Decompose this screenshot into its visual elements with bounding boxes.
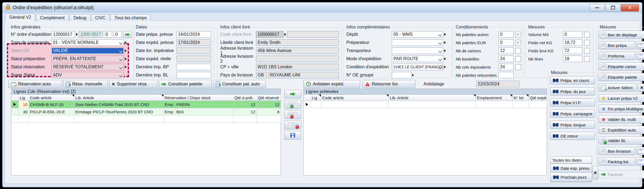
prepa-en-cours-button[interactable]: Prépa. en cours (550, 76, 595, 84)
proforma-mail-button[interactable] (636, 52, 644, 60)
oe-groupe-field[interactable] (392, 72, 411, 78)
packing-list-mail-button[interactable] (636, 158, 644, 166)
activer-select-button[interactable]: Activer Sélect. (599, 84, 637, 92)
tab-complement[interactable]: Complément (36, 14, 69, 21)
mode-exped-nav-icon[interactable] (444, 57, 446, 60)
validate-line-button[interactable]: ✓ (284, 100, 301, 109)
validate-page-button[interactable]: ✓ (284, 110, 301, 119)
statut-prep-nav-icon[interactable] (125, 57, 127, 60)
close-button[interactable]: × (621, 4, 639, 11)
nb-palettes-autres-checkbox[interactable]: ✓ (515, 32, 521, 37)
fin-prepa-multiligne-button[interactable]: ★Fin prépa Multiligne (599, 105, 644, 113)
transporteur-combo[interactable] (392, 47, 443, 54)
date-prepa-field[interactable]: 16/01/2024 (176, 31, 211, 38)
preparateur-nav-icon[interactable] (444, 41, 446, 44)
col-lib-article[interactable]: Lib. Article (389, 95, 476, 101)
col-emplacement[interactable]: Emplacement (476, 95, 512, 101)
col-code-article[interactable]: Code article (321, 95, 389, 101)
col-lib-article[interactable]: Lib. Article (74, 95, 163, 101)
tab-debug[interactable]: Debug (70, 14, 90, 21)
col-lot[interactable]: N° lot (512, 95, 528, 101)
nb-palettes-eur-checkbox[interactable]: ✓ (515, 40, 521, 46)
etiquette-palette-button[interactable]: Etiquette palette (599, 73, 644, 81)
minimize-button[interactable] (590, 4, 605, 11)
transporteur-nav-icon[interactable] (444, 49, 446, 52)
save-button[interactable] (284, 131, 301, 140)
nb-palettes-ret-field[interactable] (498, 72, 514, 78)
go-to-oe-button[interactable] (123, 31, 132, 38)
poids-net-checkbox[interactable] (584, 40, 590, 46)
packing-list-button[interactable]: Packing list (599, 158, 635, 166)
statut-resa-nav-icon[interactable] (125, 66, 127, 68)
proforma-button[interactable]: Proforma (599, 52, 635, 60)
prepa-vip-button[interactable]: Prépa V.I.P. (550, 98, 595, 107)
poids-brut-checkbox[interactable] (584, 48, 590, 54)
tab-general-v2[interactable]: Général V2 (5, 14, 35, 21)
col-lig[interactable]: Lig (18, 95, 29, 101)
constituer-palette-button[interactable]: Constituer palette (159, 80, 212, 88)
bon-prepa-mail-button[interactable] (636, 41, 644, 49)
table-row[interactable] (11, 116, 281, 123)
type-commande-combo[interactable]: 01 - VENTE NORMALE (51, 39, 124, 46)
condition-exped-nav-icon[interactable] (444, 66, 446, 68)
nb-litres-field[interactable]: 18 (563, 56, 582, 62)
nb-palettes-eur-field[interactable]: 0 (498, 39, 514, 46)
nb-litres-checkbox[interactable] (584, 56, 590, 62)
retourner-livr-button[interactable]: Retourner livr. (362, 80, 415, 88)
tab-civc[interactable]: CIVC (91, 14, 110, 21)
oe-retour-button[interactable]: OE retour (550, 132, 595, 140)
nb-cartons-checkbox[interactable] (515, 48, 521, 54)
col-reservation[interactable]: Réservation / Dispo stock (163, 95, 233, 101)
mode-exped-combo[interactable]: PAR ROUTE (392, 56, 443, 62)
supprimer-resa-button[interactable]: ×Supprimer résa. (109, 80, 158, 88)
num-oe-field[interactable]: 12000017 (51, 31, 75, 38)
depot-combo[interactable]: 05 - WMS (392, 31, 443, 38)
bon-prepa-button[interactable]: Bon prépa. (599, 41, 635, 49)
nb-cartons-field[interactable]: 12 (498, 47, 514, 54)
prepa-longue-button[interactable]: Prépa. longue (550, 121, 595, 129)
delete-line-button[interactable]: × (284, 121, 301, 129)
facturer-button[interactable]: Facturer (599, 170, 644, 178)
transfer-line-button[interactable] (284, 90, 301, 98)
nb-bouteilles-checkbox[interactable] (515, 56, 521, 62)
statut-oe-nav-icon[interactable] (125, 49, 127, 52)
resa-manuelle-button[interactable]: Résa. manuelle (63, 80, 108, 88)
col-code-article[interactable]: Code article (29, 95, 74, 101)
etiquette-carton-button[interactable]: Etiquette carton (599, 62, 644, 71)
table-row[interactable]: 10 CHSMB-B-NLF-20 Dom Niellon CHSMB-Trad… (11, 101, 281, 108)
activer-select-cancel-button[interactable]: × (638, 84, 644, 92)
table-row[interactable]: 30 PICLP-R-ERL-20-E Ermitage PICLP-TourP… (11, 108, 281, 116)
num-oe-sub2-field[interactable]: 0 (114, 31, 122, 38)
bon-depilage-button[interactable]: Bon de dépilage (599, 31, 644, 39)
volume-field[interactable]: 0 (563, 31, 582, 38)
table-row[interactable] (304, 101, 547, 108)
poids-net-field[interactable]: 18,72 (563, 39, 582, 46)
col-qte-reserve[interactable]: Qté réservé (257, 95, 281, 101)
nb-bouteilles-field[interactable]: 24 (498, 56, 514, 62)
imp-bl-field[interactable] (176, 72, 211, 78)
constituer-pal-auto-button[interactable]: Constituer pal. auto (213, 80, 266, 88)
statut-prep-combo[interactable]: PRÉPA. EN ATTENTE (51, 56, 124, 62)
col-qte-prel[interactable]: Qté à prél. (233, 95, 257, 101)
antidater-exped-button[interactable]: Antidater expéd. (303, 80, 360, 88)
type-commande-nav-icon[interactable] (125, 41, 127, 44)
poids-brut-field[interactable]: 72 (563, 47, 582, 54)
nb-cols-checkbox[interactable] (515, 64, 521, 70)
nb-palettes-autres-field[interactable]: 0 (498, 31, 514, 38)
volume-checkbox[interactable] (584, 32, 590, 37)
lancer-prepa-v2-button[interactable]: ★Lancer prépa V2 (599, 94, 644, 102)
prepa-campagne-button[interactable]: Prépa. campagne (550, 110, 595, 118)
preparateur-combo[interactable] (392, 39, 443, 46)
code-client-nav-icon[interactable] (284, 33, 286, 36)
depot-nav-icon[interactable] (444, 33, 446, 36)
imp-bp-field[interactable] (176, 64, 211, 70)
valider-bl-button[interactable]: ✓Valider BL (599, 136, 644, 145)
date-exp-prevu-button[interactable]: Date exp. prevu (551, 164, 592, 173)
oe-groupe-nav-icon[interactable] (412, 74, 414, 76)
super-statut-combo[interactable]: ADV (51, 72, 124, 78)
bon-livraison-button[interactable]: Bon livraison (599, 147, 635, 155)
num-oe-nav-icon[interactable] (76, 33, 78, 36)
reservation-auto-button[interactable]: Réservation auto (8, 80, 62, 88)
prepa-du-jour-button[interactable]: Prépa. du jour (550, 87, 595, 95)
expedition-auto-button[interactable]: Expédition auto. (599, 126, 644, 134)
